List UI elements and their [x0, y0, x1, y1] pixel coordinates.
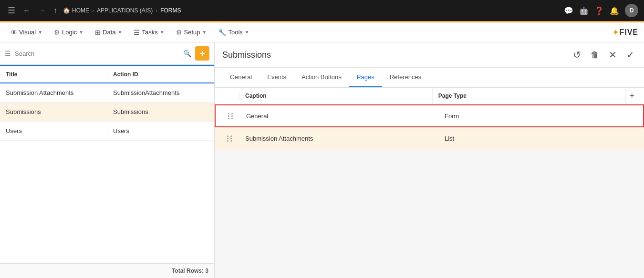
breadcrumb-sep-1: ›	[92, 7, 94, 14]
confirm-icon[interactable]: ✓	[624, 47, 636, 62]
add-button[interactable]: +	[195, 46, 209, 61]
breadcrumb-home[interactable]: 🏠 HOME	[63, 7, 89, 14]
breadcrumb: 🏠 HOME › APPLICATIONS (AIS) › FORMS	[63, 7, 181, 14]
col-header-title: Title	[0, 66, 107, 82]
drag-dots-icon	[227, 135, 233, 142]
pages-add-button[interactable]: +	[626, 89, 639, 103]
back-icon[interactable]: ←	[21, 4, 32, 17]
total-rows: Total Rows: 3	[0, 263, 214, 278]
breadcrumb-sep-2: ›	[156, 7, 157, 14]
data-chevron: ▼	[118, 30, 123, 35]
avatar[interactable]: D	[625, 4, 638, 17]
chat-icon[interactable]: 💬	[564, 6, 573, 15]
col-header-caption: Caption	[239, 88, 433, 104]
table-row[interactable]: Submission Attachments SubmissionAttachm…	[0, 83, 214, 103]
cell-action-id: Users	[107, 122, 214, 140]
robot-icon[interactable]: 🤖	[579, 6, 589, 15]
menu-data[interactable]: ⊞ Data ▼	[90, 26, 127, 39]
col-header-drag	[220, 91, 239, 101]
cell-action-id: Submissions	[107, 103, 214, 121]
tab-pages[interactable]: Pages	[349, 68, 382, 87]
pages-table: Caption Page Type + General Form	[215, 88, 644, 150]
search-input[interactable]	[15, 50, 179, 57]
tab-references[interactable]: References	[382, 68, 429, 87]
cell-caption: General	[240, 108, 439, 124]
five-logo: ✦ FIVE	[612, 27, 638, 38]
bell-icon[interactable]: 🔔	[610, 6, 619, 15]
pages-table-row[interactable]: Submission Attachments List	[215, 127, 644, 150]
visual-icon: 👁	[10, 29, 17, 36]
tab-general[interactable]: General	[222, 68, 260, 87]
left-panel: ☰ 🔍 + Title Action ID Submission Attachm…	[0, 42, 215, 278]
close-icon[interactable]: ✕	[607, 47, 619, 62]
hamburger-icon[interactable]: ☰	[6, 3, 17, 18]
col-header-page-type: Page Type	[433, 88, 626, 104]
search-bar: ☰ 🔍 +	[0, 42, 214, 65]
delete-icon[interactable]: 🗑	[589, 48, 601, 62]
cell-title: Submissions	[0, 103, 107, 121]
right-header: Submissions ↺ 🗑 ✕ ✓	[215, 42, 644, 68]
cell-page-type: Form	[439, 108, 637, 124]
search-icon[interactable]: 🔍	[183, 50, 191, 57]
cell-page-type: List	[439, 130, 638, 147]
main-layout: ☰ 🔍 + Title Action ID Submission Attachm…	[0, 42, 644, 278]
tools-chevron: ▼	[245, 30, 249, 35]
cell-action-id: SubmissionAttachments	[107, 83, 214, 102]
top-nav: ☰ ← → ↑ 🏠 HOME › APPLICATIONS (AIS) › FO…	[0, 0, 644, 21]
nav-right: 💬 🤖 ❓ 🔔 D	[564, 4, 638, 17]
setup-icon: ⚙	[176, 29, 182, 36]
table-row[interactable]: Users Users	[0, 122, 214, 141]
pages-table-row[interactable]: General Form	[215, 104, 644, 127]
visual-chevron: ▼	[38, 30, 42, 35]
right-title: Submissions	[222, 50, 571, 60]
filter-icon: ☰	[5, 50, 11, 57]
table-row[interactable]: Submissions Submissions	[0, 103, 214, 122]
cell-title: Submission Attachments	[0, 83, 107, 102]
drag-handle[interactable]	[220, 131, 239, 146]
forward-icon[interactable]: →	[36, 4, 48, 17]
tab-events[interactable]: Events	[260, 68, 294, 87]
home-icon: 🏠	[63, 7, 70, 14]
logic-icon: ⚙	[54, 29, 60, 36]
history-icon[interactable]: ↺	[571, 47, 583, 62]
logic-chevron: ▼	[79, 30, 83, 35]
data-icon: ⊞	[95, 29, 101, 36]
drag-handle[interactable]	[221, 108, 240, 124]
pages-content: Caption Page Type + General Form	[215, 88, 644, 278]
menu-visual[interactable]: 👁 Visual ▼	[6, 26, 47, 39]
menu-tools[interactable]: 🔧 Tools ▼	[213, 26, 254, 39]
drag-dots-icon	[228, 113, 234, 119]
breadcrumb-applications[interactable]: APPLICATIONS (AIS)	[97, 7, 153, 14]
left-table-header: Title Action ID	[0, 66, 214, 83]
help-icon[interactable]: ❓	[594, 6, 604, 15]
breadcrumb-forms[interactable]: FORMS	[160, 7, 181, 14]
cell-title: Users	[0, 122, 107, 140]
tasks-chevron: ▼	[160, 30, 165, 35]
cell-caption: Submission Attachments	[239, 130, 439, 147]
tab-action-buttons[interactable]: Action Buttons	[294, 68, 349, 87]
tasks-icon: ☰	[134, 29, 140, 36]
menu-logic[interactable]: ⚙ Logic ▼	[49, 26, 88, 39]
tabs-bar: General Events Action Buttons Pages Refe…	[215, 68, 644, 88]
right-panel: Submissions ↺ 🗑 ✕ ✓ General Events Actio…	[215, 42, 644, 278]
menu-tasks[interactable]: ☰ Tasks ▼	[129, 26, 169, 39]
col-header-action-id: Action ID	[107, 66, 214, 82]
up-icon[interactable]: ↑	[52, 4, 59, 17]
pages-table-header: Caption Page Type +	[215, 88, 644, 104]
right-actions: ↺ 🗑 ✕ ✓	[571, 47, 636, 62]
left-table: Title Action ID Submission Attachments S…	[0, 65, 214, 263]
nav-left: ☰ ← → ↑ 🏠 HOME › APPLICATIONS (AIS) › FO…	[6, 3, 560, 18]
tools-icon: 🔧	[218, 29, 226, 36]
setup-chevron: ▼	[202, 30, 207, 35]
menu-setup[interactable]: ⚙ Setup ▼	[171, 26, 212, 39]
logo-star-icon: ✦	[612, 27, 619, 38]
menu-bar: 👁 Visual ▼ ⚙ Logic ▼ ⊞ Data ▼ ☰ Tasks ▼ …	[0, 22, 644, 42]
